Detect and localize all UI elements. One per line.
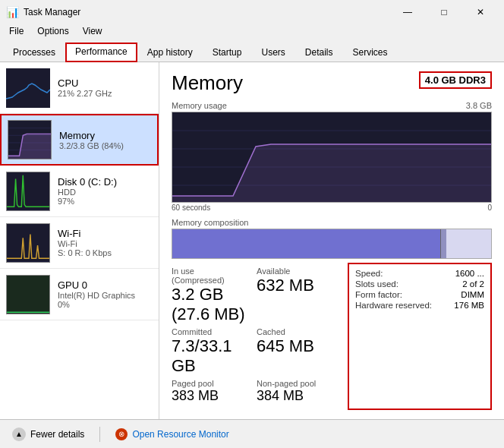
stat-nonpaged-label: Non-paged pool xyxy=(257,379,332,388)
stat-cached-label: Cached xyxy=(257,327,332,336)
stat-committed: Committed 7.3/33.1 GB xyxy=(172,327,247,376)
open-resource-monitor-label: Open Resource Monitor xyxy=(132,429,228,440)
close-button[interactable]: ✕ xyxy=(463,4,498,21)
stat-in-use-value: 3.2 GB (27.6 MB) xyxy=(172,285,247,324)
info-speed-row: Speed: 1600 ... xyxy=(355,269,484,278)
stat-nonpaged-value: 384 MB xyxy=(257,388,332,404)
stat-cached: Cached 645 MB xyxy=(257,327,332,376)
sidebar: CPU 21% 2.27 GHz Memory xyxy=(0,62,159,419)
info-hwres-key: Hardware reserved: xyxy=(355,301,432,310)
stat-in-use-label: In use (Compressed) xyxy=(172,267,247,285)
tab-performance[interactable]: Performance xyxy=(65,43,137,62)
cpu-sublabel: 21% 2.27 GHz xyxy=(58,89,112,98)
stat-available-value: 632 MB xyxy=(257,276,332,295)
stats-area: In use (Compressed) 3.2 GB (27.6 MB) Ava… xyxy=(172,267,492,410)
info-slots-val: 2 of 2 xyxy=(462,279,484,289)
wifi-sublabel2: S: 0 R: 0 Kbps xyxy=(58,248,112,257)
info-hwres-val: 176 MB xyxy=(454,301,484,310)
stat-paged-label: Paged pool xyxy=(172,379,247,388)
comp-in-use xyxy=(172,229,440,258)
memory-usage-svg xyxy=(172,112,491,203)
gpu-thumbnail xyxy=(6,275,50,314)
stat-nonpaged: Non-paged pool 384 MB xyxy=(257,379,332,404)
sidebar-item-cpu[interactable]: CPU 21% 2.27 GHz xyxy=(0,62,159,114)
disk-info: Disk 0 (C: D:) HDD 97% xyxy=(58,176,117,206)
tab-details[interactable]: Details xyxy=(295,43,343,62)
menu-options[interactable]: Options xyxy=(31,24,74,38)
disk-thumbnail xyxy=(6,172,50,211)
bottom-divider xyxy=(99,427,100,442)
memory-info-box: Speed: 1600 ... Slots used: 2 of 2 Form … xyxy=(348,263,492,410)
menu-file[interactable]: File xyxy=(3,24,30,38)
comp-modified xyxy=(440,229,446,258)
title-bar: 📊 Task Manager — □ ✕ xyxy=(0,0,504,23)
disk-sublabel2: 97% xyxy=(58,197,117,206)
cpu-info: CPU 21% 2.27 GHz xyxy=(58,77,112,98)
info-slots-row: Slots used: 2 of 2 xyxy=(355,279,484,289)
tab-users[interactable]: Users xyxy=(251,43,295,62)
tab-startup[interactable]: Startup xyxy=(203,43,252,62)
svg-rect-9 xyxy=(7,275,49,313)
memory-sublabel: 3.2/3.8 GB (84%) xyxy=(59,141,124,150)
sidebar-item-gpu[interactable]: GPU 0 Intel(R) HD Graphics 0% xyxy=(0,269,159,320)
wifi-label: Wi-Fi xyxy=(58,228,112,239)
stat-available-label: Available xyxy=(257,267,332,276)
open-resource-monitor-button[interactable]: ⊗ Open Resource Monitor xyxy=(112,425,232,443)
wifi-chart-svg xyxy=(7,223,49,261)
info-hwres-row: Hardware reserved: 176 MB xyxy=(355,301,484,310)
cpu-label: CPU xyxy=(58,77,112,89)
maximize-button[interactable]: □ xyxy=(427,4,461,21)
app-title: Task Manager xyxy=(24,7,80,17)
wifi-sublabel1: Wi-Fi xyxy=(58,239,112,248)
panel-title: Memory xyxy=(172,71,243,95)
bottom-bar: ▲ Fewer details ⊗ Open Resource Monitor xyxy=(0,419,504,448)
stat-paged-value: 383 MB xyxy=(172,388,247,404)
memory-chart xyxy=(172,112,492,203)
composition-bar xyxy=(172,229,492,259)
stat-in-use: In use (Compressed) 3.2 GB (27.6 MB) xyxy=(172,267,247,324)
menu-view[interactable]: View xyxy=(77,24,109,38)
memory-label: Memory xyxy=(59,130,124,141)
disk-chart-svg xyxy=(7,172,49,210)
gpu-sublabel2: 0% xyxy=(58,300,135,309)
gpu-chart-svg xyxy=(7,275,49,313)
stat-paged: Paged pool 383 MB xyxy=(172,379,247,404)
tab-processes[interactable]: Processes xyxy=(3,43,65,62)
app-icon: 📊 xyxy=(6,6,19,18)
tab-bar: Processes Performance App history Startu… xyxy=(0,39,504,62)
stat-available: Available 632 MB xyxy=(257,267,332,324)
minimize-button[interactable]: — xyxy=(390,4,425,21)
info-form-row: Form factor: DIMM xyxy=(355,290,484,299)
disk-sublabel1: HDD xyxy=(58,188,117,197)
sidebar-item-memory[interactable]: Memory 3.2/3.8 GB (84%) xyxy=(0,114,159,166)
memory-type-badge: 4.0 GB DDR3 xyxy=(419,71,492,89)
memory-info: Memory 3.2/3.8 GB (84%) xyxy=(59,130,124,150)
info-speed-val: 1600 ... xyxy=(455,269,484,278)
chart-time-end: 0 xyxy=(487,203,492,212)
composition-label: Memory composition xyxy=(172,218,492,227)
chart-label: Memory usage 3.8 GB xyxy=(172,101,492,110)
comp-free xyxy=(446,229,491,258)
composition-section: Memory composition xyxy=(172,218,492,259)
gpu-sublabel1: Intel(R) HD Graphics xyxy=(58,291,135,300)
memory-thumbnail xyxy=(8,120,52,159)
stats-grid: In use (Compressed) 3.2 GB (27.6 MB) Ava… xyxy=(172,267,332,404)
fewer-details-button[interactable]: ▲ Fewer details xyxy=(9,424,87,444)
panel-header: Memory 4.0 GB DDR3 xyxy=(172,71,492,95)
chart-max-label: 3.8 GB xyxy=(466,101,492,110)
sidebar-item-wifi[interactable]: Wi-Fi Wi-Fi S: 0 R: 0 Kbps xyxy=(0,217,159,269)
stat-committed-value: 7.3/33.1 GB xyxy=(172,336,247,376)
wifi-info: Wi-Fi Wi-Fi S: 0 R: 0 Kbps xyxy=(58,228,112,257)
svg-rect-7 xyxy=(7,172,49,210)
memory-chart-svg xyxy=(8,121,51,159)
tab-app-history[interactable]: App history xyxy=(137,43,203,62)
info-speed-key: Speed: xyxy=(355,269,383,278)
cpu-chart-svg xyxy=(6,68,50,108)
wifi-thumbnail xyxy=(6,223,50,263)
chart-time-label: 60 seconds 0 xyxy=(172,203,492,212)
memory-usage-section: Memory usage 3.8 GB 60 seconds 0 xyxy=(172,101,492,212)
info-form-key: Form factor: xyxy=(355,290,402,299)
sidebar-item-disk[interactable]: Disk 0 (C: D:) HDD 97% xyxy=(0,166,159,217)
tab-services[interactable]: Services xyxy=(343,43,398,62)
svg-rect-8 xyxy=(7,223,49,261)
